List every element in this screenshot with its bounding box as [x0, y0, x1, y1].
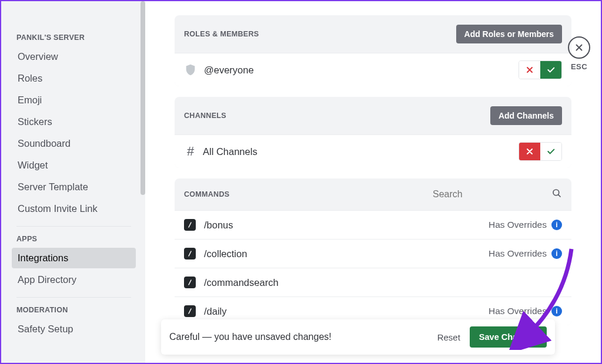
shield-icon	[184, 63, 197, 76]
command-row[interactable]: /collection Has Overrides i	[175, 239, 571, 268]
unsaved-text: Careful — you have unsaved changes!	[169, 332, 428, 342]
sidebar-item-label: Safety Setup	[18, 323, 73, 334]
permission-toggle	[519, 60, 562, 79]
add-channels-button[interactable]: Add Channels	[490, 106, 562, 125]
sidebar-item-label: App Directory	[18, 274, 76, 285]
command-row[interactable]: /commandsearch	[175, 268, 571, 296]
x-icon	[525, 65, 534, 75]
esc-label: ESC	[568, 62, 590, 71]
sidebar-item-label: Stickers	[18, 116, 52, 127]
sidebar-item-safety-setup[interactable]: Safety Setup	[12, 319, 136, 339]
allow-button[interactable]	[540, 143, 561, 160]
deny-button[interactable]	[519, 61, 540, 79]
search-icon	[551, 188, 562, 201]
permission-toggle	[519, 142, 562, 161]
search-input[interactable]	[433, 189, 551, 200]
info-icon[interactable]: i	[551, 306, 562, 316]
sidebar-item-roles[interactable]: Roles	[12, 68, 136, 89]
role-label: @everyone	[204, 65, 519, 76]
sidebar-item-widget[interactable]: Widget	[12, 155, 136, 176]
command-name: /collection	[204, 248, 489, 259]
allow-button[interactable]	[540, 61, 561, 79]
sidebar-item-label: Custom Invite Link	[18, 203, 98, 214]
channel-row-all: # All Channels	[175, 134, 571, 168]
command-name: /daily	[204, 306, 489, 317]
close-icon	[574, 42, 584, 53]
check-icon	[546, 65, 556, 75]
override-label: Has Overrides	[489, 306, 547, 316]
command-name: /bonus	[204, 220, 489, 231]
sidebar-item-label: Integrations	[18, 252, 68, 263]
channel-label: All Channels	[203, 146, 519, 157]
slash-command-icon	[184, 277, 196, 288]
sidebar-heading-apps: APPS	[16, 235, 131, 243]
sidebar-heading-moderation: MODERATION	[16, 306, 131, 314]
save-changes-button[interactable]: Save Changes	[470, 326, 547, 348]
sidebar: PANKIL'S SERVER Overview Roles Emoji Sti…	[1, 1, 145, 363]
sidebar-item-label: Emoji	[18, 95, 42, 105]
add-roles-button[interactable]: Add Roles or Members	[456, 25, 562, 43]
sidebar-scrollbar[interactable]	[141, 1, 145, 195]
sidebar-item-label: Widget	[18, 160, 48, 170]
override-label: Has Overrides	[489, 220, 547, 230]
sidebar-item-custom-invite[interactable]: Custom Invite Link	[12, 198, 136, 219]
check-icon	[546, 147, 556, 156]
commands-title: COMMANDS	[184, 190, 229, 198]
command-name: /commandsearch	[204, 277, 562, 288]
sidebar-item-label: Overview	[18, 51, 58, 62]
info-icon[interactable]: i	[551, 248, 562, 259]
main-content: ROLES & MEMBERS Add Roles or Members @ev…	[145, 1, 601, 363]
sidebar-item-emoji[interactable]: Emoji	[12, 90, 136, 110]
sidebar-heading-server: PANKIL'S SERVER	[16, 33, 131, 42]
sidebar-separator	[16, 297, 131, 298]
sidebar-item-label: Server Template	[18, 181, 88, 192]
close-button[interactable]	[568, 36, 590, 59]
sidebar-item-soundboard[interactable]: Soundboard	[12, 133, 136, 154]
commands-card: COMMANDS /bonus Has Overrides i /collect…	[175, 178, 571, 325]
info-icon[interactable]: i	[551, 220, 562, 230]
close-esc: ESC	[568, 36, 590, 71]
roles-members-title: ROLES & MEMBERS	[184, 30, 259, 38]
override-label: Has Overrides	[489, 248, 547, 259]
slash-command-icon	[184, 219, 196, 231]
unsaved-changes-bar: Careful — you have unsaved changes! Rese…	[161, 319, 555, 355]
role-row-everyone: @everyone	[175, 53, 571, 86]
channels-title: CHANNELS	[184, 112, 226, 120]
reset-button[interactable]: Reset	[428, 328, 470, 347]
sidebar-item-app-directory[interactable]: App Directory	[12, 269, 136, 290]
sidebar-item-label: Roles	[18, 73, 42, 83]
hash-icon: #	[184, 144, 197, 159]
slash-command-icon	[184, 248, 196, 259]
slash-command-icon	[184, 305, 196, 317]
sidebar-item-integrations[interactable]: Integrations	[12, 248, 136, 268]
sidebar-item-stickers[interactable]: Stickers	[12, 112, 136, 132]
sidebar-item-overview[interactable]: Overview	[12, 46, 136, 67]
sidebar-separator	[16, 226, 131, 227]
command-row[interactable]: /bonus Has Overrides i	[175, 210, 571, 239]
x-icon	[525, 147, 534, 156]
sidebar-item-server-template[interactable]: Server Template	[12, 177, 136, 197]
commands-search	[433, 188, 562, 201]
sidebar-item-label: Soundboard	[18, 138, 71, 149]
deny-button[interactable]	[519, 143, 540, 160]
roles-members-card: ROLES & MEMBERS Add Roles or Members @ev…	[175, 15, 571, 86]
channels-card: CHANNELS Add Channels # All Channels	[175, 97, 571, 168]
